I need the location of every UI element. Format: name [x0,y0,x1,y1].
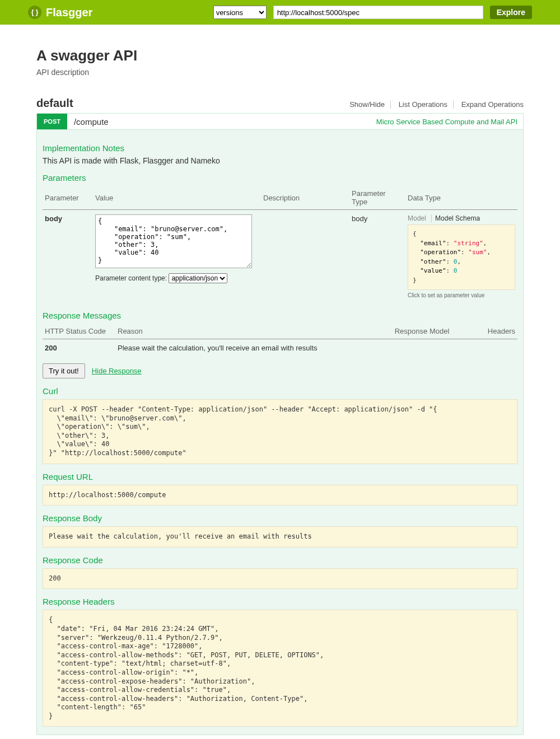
response-code: 200 [43,339,115,357]
list-operations-link[interactable]: List Operations [393,100,454,109]
api-title: A swagger API [36,47,524,64]
curl-title: Curl [43,386,517,396]
operation-block: POST /compute Micro Service Based Comput… [36,113,524,735]
param-content-type-select[interactable]: application/json [169,273,227,283]
param-body-textarea[interactable]: { "email": "bruno@server.com", "operatio… [95,214,252,268]
model-schema-box[interactable]: { "email": "string", "operation": "sum",… [408,224,515,290]
col-description: Description [261,186,349,210]
param-content-type-label: Parameter content type: [95,274,167,282]
operation-summary: Micro Service Based Compute and Mail API [376,118,523,126]
tag-header: default Show/Hide List Operations Expand… [36,97,524,110]
response-code-title: Response Code [43,555,517,565]
col-status-code: HTTP Status Code [43,324,115,339]
versions-select[interactable]: versions [213,6,267,19]
response-headers-title: Response Headers [43,597,517,606]
col-ptype: Parameter Type [349,186,405,210]
operation-path: /compute [67,117,109,127]
model-schema-tab[interactable]: Model Schema [431,214,480,222]
response-code-output: 200 [43,568,517,590]
col-dtype: Data Type [405,186,517,210]
operation-header[interactable]: POST /compute Micro Service Based Comput… [37,114,523,130]
show-hide-link[interactable]: Show/Hide [344,100,391,109]
tag-name[interactable]: default [36,97,73,110]
param-type: body [349,210,405,303]
try-it-out-button[interactable]: Try it out! [43,363,85,378]
request-url-title: Request URL [43,472,517,481]
col-headers: Headers [473,324,517,339]
response-messages-table: HTTP Status Code Reason Response Model H… [43,324,517,357]
impl-notes: This API is made with Flask, Flasgger an… [43,156,517,165]
response-body-title: Response Body [43,513,517,523]
model-tab[interactable]: Model [408,214,426,222]
impl-notes-title: Implementation Notes [43,143,517,153]
hide-response-link[interactable]: Hide Response [92,367,142,375]
param-name: body [43,210,93,303]
parameters-table: Parameter Value Description Parameter Ty… [43,186,517,303]
parameters-title: Parameters [43,173,517,183]
flasgger-logo-icon: { } [28,6,41,19]
spec-url-input[interactable] [273,6,483,19]
response-messages-title: Response Messages [43,311,517,320]
schema-hint: Click to set as parameter value [408,292,515,298]
topbar: { } Flasgger versions Explore [0,0,560,25]
expand-operations-link[interactable]: Expand Operations [456,100,524,109]
http-method-badge: POST [37,114,67,129]
request-url-output: http://localhost:5000/compute [43,485,517,506]
col-reason: Reason [115,324,393,339]
curl-output: curl -X POST --header "Content-Type: app… [43,399,517,464]
brand[interactable]: { } Flasgger [28,6,92,19]
brand-text: Flasgger [46,6,92,19]
response-reason: Please wait the calculation, you'll rece… [115,339,393,357]
response-headers-output: { "date": "Fri, 04 Mar 2016 23:24:24 GMT… [43,610,517,727]
col-parameter: Parameter [43,186,93,210]
explore-button[interactable]: Explore [490,6,532,19]
col-response-model: Response Model [393,324,473,339]
param-row: body { "email": "bruno@server.com", "ope… [43,210,517,303]
response-body-output: Please wait the calculation, you'll rece… [43,526,517,548]
response-row: 200 Please wait the calculation, you'll … [43,339,517,357]
col-value: Value [93,186,261,210]
api-description: API description [36,68,524,77]
